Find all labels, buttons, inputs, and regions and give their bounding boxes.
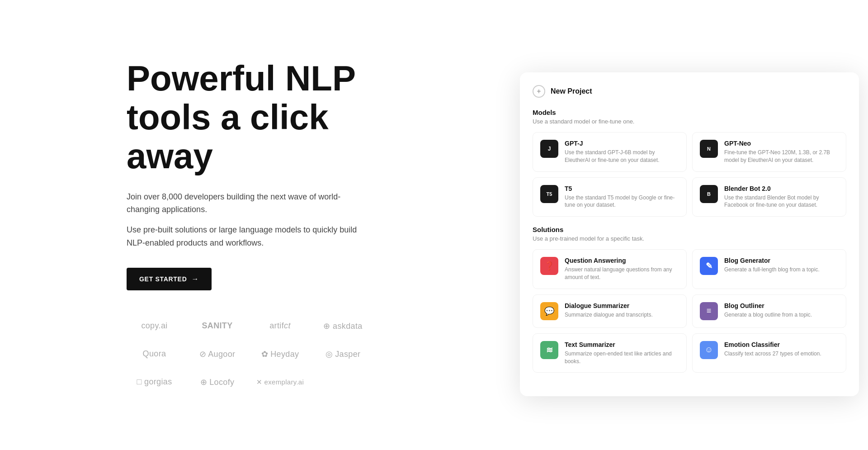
cta-label: GET STARTED	[139, 275, 187, 283]
t5-icon: T5	[540, 185, 558, 203]
hero-subtitle2: Use pre-built solutions or large languag…	[127, 223, 371, 250]
text-summarizer-icon: ≋	[540, 341, 558, 359]
panel-header: + New Project	[533, 85, 846, 98]
question-answering-icon: ❓	[540, 257, 558, 275]
logo-askdata: ⊕ askdata	[315, 317, 371, 335]
new-project-panel: + New Project Models Use a standard mode…	[520, 72, 859, 396]
text-summarizer-desc: Summarize open-ended text like articles …	[565, 350, 679, 365]
models-section: Models Use a standard model or fine-tune…	[533, 109, 846, 217]
question-answering-name: Question Answering	[565, 257, 679, 264]
blender-bot-name: Blender Bot 2.0	[724, 185, 839, 192]
models-cards-grid: J GPT-J Use the standard GPT-J-6B model …	[533, 132, 846, 217]
solutions-cards-grid: ❓ Question Answering Answer natural lang…	[533, 249, 846, 373]
blog-outliner-desc: Generate a blog outline from a topic.	[724, 311, 839, 319]
gpt-j-name: GPT-J	[565, 140, 679, 147]
model-card-t5[interactable]: T5 T5 Use the standard T5 model by Googl…	[533, 177, 687, 217]
question-answering-desc: Answer natural language questions from a…	[565, 266, 679, 281]
hero-title: Powerful NLP tools a click away	[127, 59, 371, 175]
hero-subtitle1: Join over 8,000 developers building the …	[127, 190, 371, 217]
blog-generator-icon: ✎	[700, 257, 718, 275]
emotion-classifier-name: Emotion Classifier	[724, 341, 839, 348]
solution-card-question-answering[interactable]: ❓ Question Answering Answer natural lang…	[533, 249, 687, 289]
logo-artifct: artifct	[252, 317, 308, 335]
solution-card-emotion-classifier[interactable]: ☺ Emotion Classifier Classify text acros…	[692, 333, 846, 373]
gpt-neo-name: GPT-Neo	[724, 140, 839, 147]
solution-card-text-summarizer[interactable]: ≋ Text Summarizer Summarize open-ended t…	[533, 333, 687, 373]
text-summarizer-name: Text Summarizer	[565, 341, 679, 348]
models-section-title: Models	[533, 109, 846, 116]
cta-arrow-icon: →	[191, 275, 199, 283]
logo-augoor: ⊘ Augoor	[189, 346, 245, 363]
dialogue-summarizer-icon: 💬	[540, 302, 558, 320]
models-section-subtitle: Use a standard model or fine-tune one.	[533, 118, 846, 125]
get-started-button[interactable]: GET STARTED →	[127, 268, 212, 290]
t5-desc: Use the standard T5 model by Google or f…	[565, 194, 679, 209]
logo-quora: Quora	[127, 346, 182, 363]
solutions-section-title: Solutions	[533, 226, 846, 233]
logo-locofy: ⊕ Locofy	[189, 374, 245, 391]
solutions-section: Solutions Use a pre-trained model for a …	[533, 226, 846, 373]
logo-sanity: SANITY	[189, 317, 245, 335]
model-card-gpt-j[interactable]: J GPT-J Use the standard GPT-J-6B model …	[533, 132, 687, 172]
gpt-j-icon: J	[540, 140, 558, 158]
new-project-icon: +	[533, 85, 545, 98]
blog-generator-desc: Generate a full-length blog from a topic…	[724, 266, 839, 274]
logos-grid: copy.ai SANITY artifct ⊕ askdata Quora ⊘…	[127, 317, 371, 391]
gpt-neo-icon: N	[700, 140, 718, 158]
logo-gorgias: □ gorgias	[127, 374, 182, 391]
panel-title: New Project	[551, 87, 592, 95]
gpt-j-desc: Use the standard GPT-J-6B model by Eleut…	[565, 149, 679, 164]
t5-name: T5	[565, 185, 679, 192]
logo-copyai: copy.ai	[127, 317, 182, 335]
emotion-classifier-desc: Classify text across 27 types of emotion…	[724, 350, 839, 358]
dialogue-summarizer-desc: Summarize dialogue and transcripts.	[565, 311, 679, 319]
blog-generator-name: Blog Generator	[724, 257, 839, 264]
emotion-classifier-icon: ☺	[700, 341, 718, 359]
logo-jasper: ◎ Jasper	[315, 346, 371, 363]
gpt-neo-desc: Fine-tune the GPT-Neo 120M, 1.3B, or 2.7…	[724, 149, 839, 164]
model-card-gpt-neo[interactable]: N GPT-Neo Fine-tune the GPT-Neo 120M, 1.…	[692, 132, 846, 172]
solutions-section-subtitle: Use a pre-trained model for a specific t…	[533, 235, 846, 242]
logo-heyday: ✿ Heyday	[252, 346, 308, 363]
blender-bot-icon: B	[700, 185, 718, 203]
dialogue-summarizer-name: Dialogue Summarizer	[565, 302, 679, 309]
logo-exemplary: ✕ exemplary.ai	[252, 374, 308, 391]
solution-card-dialogue-summarizer[interactable]: 💬 Dialogue Summarizer Summarize dialogue…	[533, 294, 687, 328]
model-card-blender-bot[interactable]: B Blender Bot 2.0 Use the standard Blend…	[692, 177, 846, 217]
blender-bot-desc: Use the standard Blender Bot model by Fa…	[724, 194, 839, 209]
hero-section: Powerful NLP tools a click away Join ove…	[0, 0, 416, 450]
solution-card-blog-outliner[interactable]: ≡ Blog Outliner Generate a blog outline …	[692, 294, 846, 328]
blog-outliner-name: Blog Outliner	[724, 302, 839, 309]
solution-card-blog-generator[interactable]: ✎ Blog Generator Generate a full-length …	[692, 249, 846, 289]
blog-outliner-icon: ≡	[700, 302, 718, 320]
